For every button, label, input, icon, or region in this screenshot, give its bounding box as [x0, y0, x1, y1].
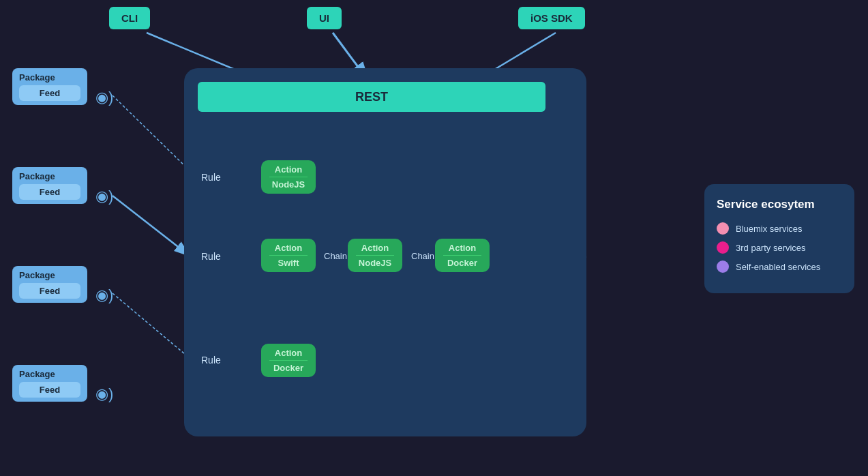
package-group-3: Package Feed: [12, 266, 87, 303]
self-enabled-label: Self-enabled services: [736, 262, 820, 272]
package-box-2: Package Feed: [12, 167, 87, 204]
service-item-self-enabled: Self-enabled services: [717, 261, 842, 273]
row1-rule: Rule: [201, 172, 221, 183]
bluemix-label: Bluemix services: [736, 224, 803, 234]
3rdparty-dot: [717, 241, 729, 254]
service-item-3rdparty: 3rd party services: [717, 241, 842, 254]
row2-action-swift: Action Swift: [261, 239, 316, 272]
row2-action-docker: Action Docker: [435, 239, 490, 272]
row3-action-label: Action: [269, 348, 308, 358]
svg-line-6: [113, 95, 190, 170]
feed-box-4: Feed: [19, 382, 80, 398]
package-label-2: Package: [19, 171, 80, 181]
row2-rule: Rule: [201, 251, 221, 262]
row1-action-label: Action: [269, 164, 308, 175]
chain1-label: Chain: [324, 251, 347, 261]
ui-box: UI: [307, 7, 342, 29]
package-label-1: Package: [19, 72, 80, 83]
service-item-bluemix: Bluemix services: [717, 222, 842, 235]
row3-action-sublabel: Docker: [269, 360, 308, 373]
package-box-3: Package Feed: [12, 266, 87, 303]
row2-docker-action-label: Action: [443, 243, 481, 253]
svg-line-8: [113, 293, 190, 358]
ios-sdk-box: iOS SDK: [518, 7, 585, 29]
service-ecosystem-box: Service ecosytem Bluemix services 3rd pa…: [704, 184, 854, 293]
package-group-1: Package Feed: [12, 68, 87, 105]
row2-nodejs-action-label: Action: [356, 243, 394, 253]
cli-box: CLI: [109, 7, 150, 29]
wifi-3: ◉): [95, 286, 113, 304]
wifi-4: ◉): [95, 385, 113, 403]
row2-swift-action-label: Action: [269, 243, 308, 253]
service-ecosystem-title: Service ecosytem: [717, 198, 842, 211]
row2-swift-sublabel: Swift: [269, 255, 308, 268]
chain2-label: Chain: [411, 251, 434, 261]
rest-bar: REST: [198, 82, 545, 112]
package-group-2: Package Feed: [12, 167, 87, 204]
row1-action-sublabel: NodeJS: [269, 177, 308, 190]
feed-box-1: Feed: [19, 85, 80, 101]
wifi-2: ◉): [95, 188, 113, 205]
bluemix-dot: [717, 222, 729, 235]
package-box-4: Package Feed: [12, 365, 87, 402]
feed-box-3: Feed: [19, 283, 80, 299]
row3-rule: Rule: [201, 355, 221, 366]
wifi-1: ◉): [95, 89, 113, 106]
svg-line-7: [113, 196, 190, 256]
3rdparty-label: 3rd party services: [736, 243, 806, 253]
self-enabled-dot: [717, 261, 729, 273]
feed-box-2: Feed: [19, 184, 80, 200]
row3-action-docker: Action Docker: [261, 344, 316, 377]
package-label-4: Package: [19, 369, 80, 379]
row1-action: Action NodeJS: [261, 160, 316, 194]
row2-nodejs-sublabel: NodeJS: [356, 255, 394, 268]
row2-action-nodejs: Action NodeJS: [348, 239, 402, 272]
package-label-3: Package: [19, 270, 80, 280]
package-box-1: Package Feed: [12, 68, 87, 105]
diagram-container: CLI UI iOS SDK Package Feed ◉) Package F…: [0, 0, 868, 476]
package-group-4: Package Feed: [12, 365, 87, 402]
row2-docker-sublabel: Docker: [443, 255, 481, 268]
